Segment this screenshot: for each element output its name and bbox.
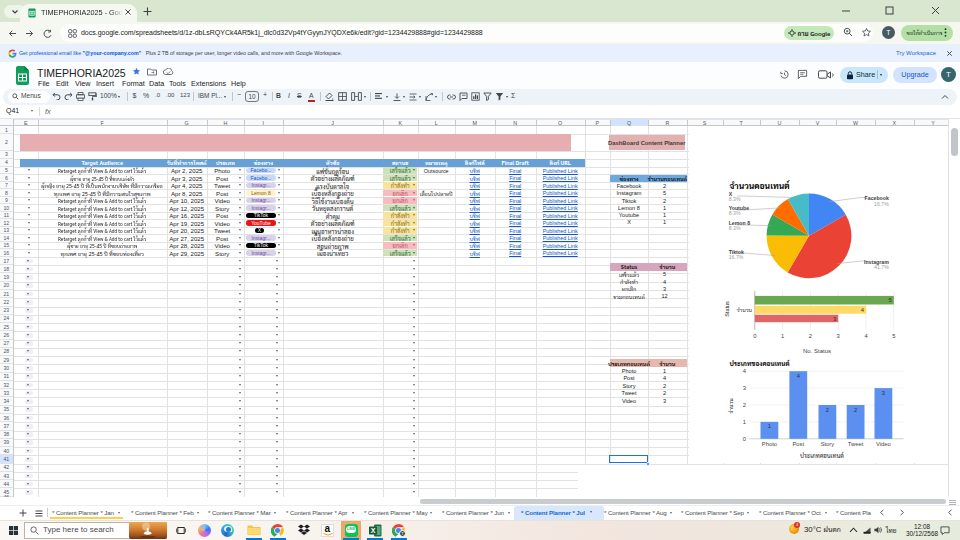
svg-text:3: 3 <box>881 390 884 396</box>
svg-text:Tweet: Tweet <box>847 441 863 447</box>
svg-text:3: 3 <box>836 333 839 339</box>
svg-text:16.7%: 16.7% <box>728 254 743 260</box>
svg-text:8.3%: 8.3% <box>728 210 740 216</box>
svg-text:Story: Story <box>820 441 834 447</box>
svg-text:16.7%: 16.7% <box>874 201 889 207</box>
svg-text:No. Status: No. Status <box>802 348 830 354</box>
svg-text:3: 3 <box>742 385 745 391</box>
svg-text:จำนวนคอนเทนต์: จำนวนคอนเทนต์ <box>729 180 790 191</box>
svg-text:1: 1 <box>780 333 783 339</box>
svg-text:8.3%: 8.3% <box>728 225 740 231</box>
svg-text:Post: Post <box>792 441 804 447</box>
svg-text:Video: Video <box>876 441 891 447</box>
svg-text:8.3%: 8.3% <box>728 196 740 202</box>
svg-text:0: 0 <box>742 436 745 442</box>
svg-text:2: 2 <box>825 407 828 413</box>
svg-text:41.7%: 41.7% <box>874 264 889 270</box>
svg-text:3: 3 <box>832 316 835 322</box>
svg-text:2: 2 <box>853 407 856 413</box>
svg-text:จำนวน: จำนวน <box>736 306 752 313</box>
svg-text:5: 5 <box>892 333 895 339</box>
svg-text:ประเภทของคอนเทนต์: ประเภทของคอนเทนต์ <box>729 359 790 368</box>
svg-text:X: X <box>370 527 375 534</box>
svg-text:ประเภทคอนเทนต์: ประเภทคอนเทนต์ <box>800 451 844 459</box>
svg-text:5: 5 <box>888 298 891 304</box>
svg-text:1: 1 <box>767 424 770 430</box>
svg-text:0: 0 <box>753 333 756 339</box>
svg-text:2: 2 <box>742 402 745 408</box>
svg-text:1: 1 <box>742 419 745 425</box>
svg-text:Photo: Photo <box>761 441 776 447</box>
svg-text:Status: Status <box>724 301 730 317</box>
svg-text:2: 2 <box>808 333 811 339</box>
svg-text:จำนวน: จำนวน <box>727 398 734 414</box>
